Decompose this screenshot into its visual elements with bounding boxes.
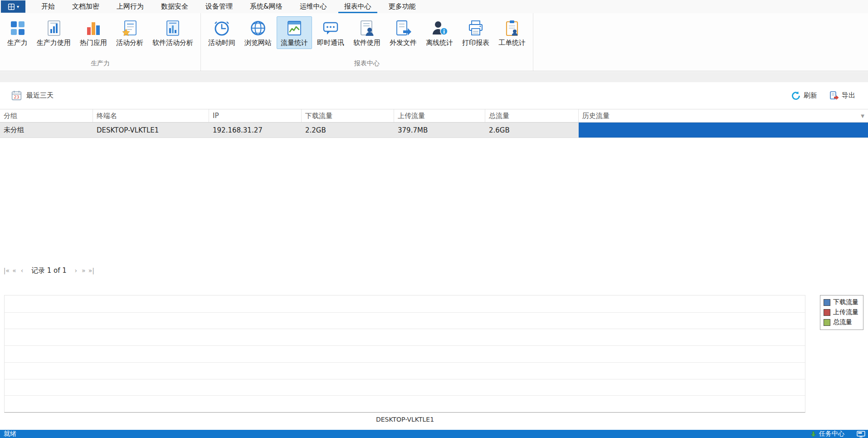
column-header-label: 历史流量: [582, 112, 610, 120]
export-button[interactable]: 导出: [829, 91, 855, 101]
grid-apps-icon: [9, 19, 27, 37]
column-header-2[interactable]: IP: [209, 109, 302, 122]
column-header-label: 分组: [4, 112, 17, 120]
chat-icon: [322, 19, 340, 37]
status-right: 任务中心: [810, 430, 865, 438]
pager-label: 记录 1 of 1: [31, 266, 67, 275]
cell-3: 2.2GB: [302, 123, 394, 138]
ribbon-group-1: 活动时间浏览网站流量统计即时通讯软件使用外发文件i离线统计打印报表工单统计报表中…: [201, 13, 533, 71]
legend-item-2: 总流量: [824, 318, 858, 326]
ribbon: 生产力生产力使用热门应用活动分析软件活动分析生产力活动时间浏览网站流量统计即时通…: [0, 13, 868, 71]
ribbon-item-label: 活动时间: [208, 39, 235, 47]
column-header-label: 上传流量: [398, 112, 425, 120]
taskbar-monitor-icon[interactable]: [857, 431, 865, 438]
menu-tab-4[interactable]: 设备管理: [197, 0, 241, 13]
ribbon-item-1-8[interactable]: 工单统计: [494, 16, 530, 49]
pager-prev-button-2[interactable]: ‹: [18, 266, 26, 275]
menu-tab-8[interactable]: 更多功能: [380, 0, 424, 13]
ribbon-item-1-7[interactable]: 打印报表: [458, 16, 493, 49]
legend-label: 上传流量: [833, 308, 858, 316]
clock-icon: [213, 19, 231, 37]
ribbon-item-1-3[interactable]: 即时通讯: [313, 16, 348, 49]
app-grid-icon: [7, 3, 15, 11]
menu-tab-0[interactable]: 开始: [33, 0, 63, 13]
column-header-label: 下载流量: [305, 112, 332, 120]
column-header-4[interactable]: 上传流量: [394, 109, 485, 122]
ribbon-item-label: 软件使用: [353, 39, 380, 47]
ribbon-group-0: 生产力生产力使用热门应用活动分析软件活动分析生产力: [0, 13, 201, 71]
chart-legend: 下载流量上传流量总流量: [820, 295, 863, 330]
history-usage-bar: [579, 123, 868, 138]
legend-swatch-icon: [824, 309, 830, 316]
user-info-icon: i: [430, 19, 449, 37]
menu-tab-1[interactable]: 文档加密: [63, 0, 108, 13]
status-ready-label: 就绪: [4, 430, 16, 438]
ribbon-item-1-5[interactable]: 外发文件: [385, 16, 421, 49]
ribbon-item-label: 热门应用: [80, 39, 107, 47]
doc-arrow-icon: [394, 19, 412, 37]
ribbon-item-1-2[interactable]: 流量统计: [277, 16, 312, 49]
chart-gridline: [5, 362, 805, 363]
chart-gridline: [5, 395, 805, 396]
download-arrow-icon: [810, 431, 817, 438]
ribbon-item-label: 外发文件: [390, 39, 417, 47]
column-filter-arrow-icon[interactable]: ▼: [861, 113, 864, 118]
ribbon-item-1-6[interactable]: i离线统计: [422, 16, 457, 49]
cell-1: DESKTOP-VLKTLE1: [93, 123, 209, 138]
legend-swatch-icon: [824, 319, 830, 326]
chart-category-label: DESKTOP-VLKTLE1: [376, 416, 434, 423]
grid-header: 分组终端名IP下载流量上传流量总流量历史流量▼: [0, 109, 868, 123]
ribbon-item-0-3[interactable]: 活动分析: [112, 16, 147, 49]
ribbon-item-label: 流量统计: [281, 39, 308, 47]
ribbon-item-0-4[interactable]: 软件活动分析: [148, 16, 197, 49]
column-header-3[interactable]: 下载流量: [302, 109, 394, 122]
app-menu-button[interactable]: ▾: [1, 0, 25, 13]
pager-prev-button-1[interactable]: «: [10, 266, 18, 275]
ribbon-item-1-4[interactable]: 软件使用: [349, 16, 385, 49]
ribbon-item-1-1[interactable]: 浏览网站: [240, 16, 276, 49]
table-row-0[interactable]: 未分组DESKTOP-VLKTLE1192.168.31.272.2GB379.…: [0, 123, 868, 138]
legend-swatch-icon: [824, 299, 830, 306]
ribbon-item-label: 生产力: [7, 39, 28, 47]
svg-text:i: i: [443, 29, 445, 35]
column-header-label: IP: [213, 112, 219, 120]
ribbon-item-label: 软件活动分析: [152, 39, 193, 47]
column-header-label: 总流量: [489, 112, 509, 120]
column-header-0[interactable]: 分组: [0, 109, 93, 122]
printer-icon: [467, 19, 485, 37]
menu-tab-6[interactable]: 运维中心: [291, 0, 336, 13]
pager-next-button-0[interactable]: ›: [72, 266, 80, 275]
cell-2: 192.168.31.27: [209, 123, 302, 138]
pager: |««‹记录 1 of 1›»»|: [3, 266, 95, 275]
ribbon-item-0-1[interactable]: 生产力使用: [33, 16, 75, 49]
chart-gridline: [5, 329, 805, 329]
column-header-6[interactable]: 历史流量▼: [579, 109, 868, 122]
column-header-5[interactable]: 总流量: [485, 109, 579, 122]
refresh-icon: [791, 91, 801, 101]
ribbon-item-0-0[interactable]: 生产力: [3, 16, 32, 49]
pager-next-button-1[interactable]: »: [80, 266, 88, 275]
refresh-button[interactable]: 刷新: [791, 91, 817, 101]
clipboard-user-icon: [503, 19, 521, 37]
column-header-1[interactable]: 终端名: [93, 109, 209, 122]
statusbar: 就绪 任务中心: [0, 430, 868, 438]
calendar-icon: 23: [11, 90, 22, 101]
date-range-filter[interactable]: 23 最近三天: [11, 90, 54, 101]
refresh-label: 刷新: [804, 91, 817, 100]
ribbon-item-label: 生产力使用: [37, 39, 71, 47]
ribbon-item-0-2[interactable]: 热门应用: [76, 16, 111, 49]
menu-tab-5[interactable]: 系统&网络: [241, 0, 291, 13]
traffic-chart-icon: [285, 19, 303, 37]
ribbon-item-1-0[interactable]: 活动时间: [204, 16, 239, 49]
pager-prev-button-0[interactable]: |«: [3, 266, 10, 275]
task-center-button[interactable]: 任务中心: [810, 430, 844, 438]
menu-tab-7[interactable]: 报表中心: [336, 0, 380, 13]
cell-history: [579, 123, 868, 138]
globe-icon: [249, 19, 267, 37]
pager-next-button-2[interactable]: »|: [88, 266, 95, 275]
menu-tab-2[interactable]: 上网行为: [108, 0, 152, 13]
toolbar-actions: 刷新导出: [791, 91, 855, 101]
menu-tab-3[interactable]: 数据安全: [152, 0, 197, 13]
cell-5: 2.6GB: [485, 123, 579, 138]
toolbar: 23 最近三天 刷新导出: [0, 82, 868, 109]
